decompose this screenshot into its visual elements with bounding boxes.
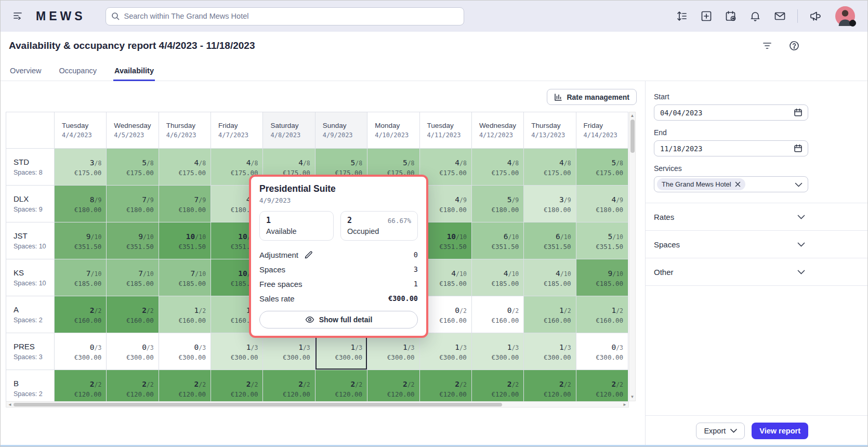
activity-sort-icon[interactable]: [675, 9, 689, 23]
cell-KS-4/14/2023[interactable]: 9/10€185.00: [576, 259, 628, 296]
corner-cell: [6, 112, 55, 149]
announcements-megaphone-icon[interactable]: [809, 9, 822, 23]
rate-management-button[interactable]: Rate management: [547, 89, 637, 105]
cell-A-4/12/2023[interactable]: 0/2€160.00: [471, 296, 523, 333]
cell-A-4/4/2023[interactable]: 2/2€160.00: [55, 296, 107, 333]
cell-B-4/5/2023[interactable]: 2/2€120.00: [107, 370, 159, 402]
tab-overview[interactable]: Overview: [9, 61, 42, 81]
cell-KS-4/13/2023[interactable]: 4/10€185.00: [524, 259, 576, 296]
cell-JST-4/5/2023[interactable]: 9/10€351.50: [107, 222, 159, 259]
cell-B-4/14/2023[interactable]: 2/2€120.00: [576, 370, 628, 402]
cell-STD-4/12/2023[interactable]: 4/8€175.00: [471, 149, 523, 186]
calendar-eye-icon[interactable]: [724, 9, 738, 23]
cell-A-4/5/2023[interactable]: 2/2€160.00: [107, 296, 159, 333]
menu-icon[interactable]: [11, 9, 24, 23]
cell-B-4/11/2023[interactable]: 2/2€120.00: [419, 370, 471, 402]
occupied-stat-box: 2 66.67% Occupied: [340, 211, 418, 241]
cell-KS-4/5/2023[interactable]: 7/10€185.00: [107, 259, 159, 296]
cell-B-4/10/2023[interactable]: 2/2€120.00: [367, 370, 419, 402]
cell-DLX-4/4/2023[interactable]: 8/9€180.00: [55, 186, 107, 222]
cell-PRES-4/4/2023[interactable]: 0/3€300.00: [55, 333, 107, 370]
cell-STD-4/4/2023[interactable]: 3/8€175.00: [55, 149, 107, 186]
cell-DLX-4/12/2023[interactable]: 5/9€180.00: [471, 186, 523, 222]
column-header-4/8/2023: Saturday4/8/2023: [263, 112, 315, 149]
scroll-right-arrow[interactable]: ►: [622, 402, 628, 407]
tab-availability[interactable]: Availability: [113, 61, 155, 81]
popup-title: Presidential Suite: [259, 183, 418, 194]
search-input[interactable]: [124, 12, 458, 20]
cell-STD-4/5/2023[interactable]: 5/8€175.00: [107, 149, 159, 186]
chip-remove-icon[interactable]: [735, 181, 741, 187]
cell-PRES-4/13/2023[interactable]: 1/3€300.00: [524, 333, 576, 370]
cell-KS-4/6/2023[interactable]: 7/10€185.00: [159, 259, 211, 296]
scroll-left-arrow[interactable]: ◄: [7, 402, 13, 407]
cell-PRES-4/7/2023[interactable]: 1/3€300.00: [211, 333, 263, 370]
start-date-input[interactable]: [654, 104, 808, 121]
sidebar-section-rates[interactable]: Rates: [646, 203, 867, 231]
cell-PRES-4/8/2023[interactable]: 1/3€300.00: [263, 333, 315, 370]
horizontal-scrollbar[interactable]: ◄ ►: [6, 401, 629, 407]
cell-B-4/7/2023[interactable]: 2/2€120.00: [211, 370, 263, 402]
cell-STD-4/14/2023[interactable]: 5/8€175.00: [576, 149, 628, 186]
export-button[interactable]: Export: [696, 423, 745, 439]
space-detail-popup: Presidential Suite 4/9/2023 1 Available …: [249, 175, 428, 338]
filter-icon[interactable]: [760, 39, 774, 52]
vertical-scroll-thumb[interactable]: [630, 120, 635, 153]
view-report-button[interactable]: View report: [752, 423, 808, 439]
cell-JST-4/12/2023[interactable]: 6/10€351.50: [471, 222, 523, 259]
available-value: 1: [266, 216, 327, 225]
cell-PRES-4/10/2023[interactable]: 1/3€300.00: [367, 333, 419, 370]
cell-PRES-4/12/2023[interactable]: 1/3€300.00: [471, 333, 523, 370]
cell-PRES-4/6/2023[interactable]: 0/3€300.00: [159, 333, 211, 370]
add-square-icon[interactable]: [700, 9, 713, 23]
cell-PRES-4/14/2023[interactable]: 0/3€300.00: [576, 333, 628, 370]
cell-PRES-4/11/2023[interactable]: 1/3€300.00: [419, 333, 471, 370]
cell-PRES-4/9/2023[interactable]: 1/3€300.00: [315, 333, 367, 370]
cell-KS-4/12/2023[interactable]: 4/10€185.00: [471, 259, 523, 296]
end-date-input[interactable]: [654, 140, 808, 156]
chevron-down-icon: [795, 180, 803, 189]
cell-PRES-4/5/2023[interactable]: 0/3€300.00: [107, 333, 159, 370]
search-bar[interactable]: [106, 7, 464, 25]
cell-STD-4/13/2023[interactable]: 4/8€175.00: [524, 149, 576, 186]
cell-KS-4/4/2023[interactable]: 7/10€185.00: [55, 259, 107, 296]
cell-DLX-4/13/2023[interactable]: 3/9€180.00: [524, 186, 576, 222]
cell-DLX-4/14/2023[interactable]: 4/9€180.00: [576, 186, 628, 222]
calendar-icon[interactable]: [794, 144, 803, 155]
sidebar-section-other[interactable]: Other: [646, 258, 867, 286]
messages-envelope-icon[interactable]: [773, 9, 786, 23]
cell-A-4/14/2023[interactable]: 1/2€160.00: [576, 296, 628, 333]
services-select[interactable]: The Grand Mews Hotel: [654, 176, 808, 192]
available-stat-box: 1 Available: [259, 211, 334, 241]
sidebar-section-spaces[interactable]: Spaces: [646, 231, 867, 258]
cell-B-4/4/2023[interactable]: 2/2€120.00: [55, 370, 107, 402]
scroll-up-arrow[interactable]: ▲: [629, 113, 635, 119]
report-main: Rate management Tuesday4/4/2023Wednesday…: [1, 81, 645, 446]
tab-occupancy[interactable]: Occupancy: [58, 61, 98, 81]
cell-JST-4/6/2023[interactable]: 10/10€351.50: [159, 222, 211, 259]
cell-B-4/8/2023[interactable]: 2/2€120.00: [263, 370, 315, 402]
scroll-down-arrow[interactable]: ▼: [629, 394, 635, 400]
edit-pencil-icon[interactable]: [304, 251, 313, 259]
cell-STD-4/6/2023[interactable]: 4/8€175.00: [159, 149, 211, 186]
help-icon[interactable]: [787, 39, 801, 52]
cell-A-4/13/2023[interactable]: 1/2€160.00: [524, 296, 576, 333]
cell-B-4/6/2023[interactable]: 2/2€120.00: [159, 370, 211, 402]
horizontal-scroll-thumb[interactable]: [14, 403, 502, 406]
avatar[interactable]: [835, 6, 855, 26]
cell-DLX-4/5/2023[interactable]: 7/9€180.00: [107, 186, 159, 222]
cell-JST-4/13/2023[interactable]: 6/10€351.50: [524, 222, 576, 259]
cell-DLX-4/6/2023[interactable]: 7/9€180.00: [159, 186, 211, 222]
notifications-bell-icon[interactable]: [748, 9, 762, 23]
cell-B-4/9/2023[interactable]: 2/2€120.00: [315, 370, 367, 402]
avatar-status-badge: [849, 20, 856, 27]
cell-JST-4/14/2023[interactable]: 5/10€351.50: [576, 222, 628, 259]
cell-B-4/13/2023[interactable]: 2/2€120.00: [524, 370, 576, 402]
vertical-scrollbar[interactable]: ▲ ▼: [629, 112, 636, 401]
chevron-down-icon: [797, 242, 805, 247]
cell-A-4/6/2023[interactable]: 1/2€160.00: [159, 296, 211, 333]
show-full-detail-button[interactable]: Show full detail: [259, 311, 418, 328]
calendar-icon[interactable]: [794, 108, 803, 119]
cell-B-4/12/2023[interactable]: 2/2€120.00: [471, 370, 523, 402]
cell-JST-4/4/2023[interactable]: 9/10€351.50: [55, 222, 107, 259]
